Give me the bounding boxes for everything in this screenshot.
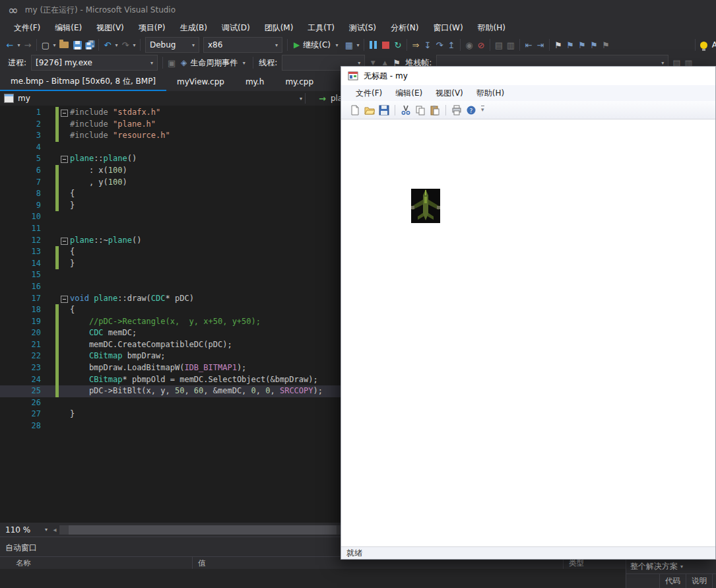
bookmark-folder-icon[interactable]: ⚑: [588, 38, 600, 51]
line-number[interactable]: 24: [0, 374, 41, 386]
new-document-icon[interactable]: [349, 104, 361, 116]
menu-item[interactable]: 项目(P): [131, 20, 173, 36]
open-file-icon[interactable]: [364, 104, 375, 116]
line-number[interactable]: 9: [0, 200, 41, 212]
break-all-icon[interactable]: [370, 41, 377, 49]
apply-code-changes-icon[interactable]: ▦: [343, 38, 355, 51]
line-number[interactable]: 19: [0, 316, 41, 328]
line-number[interactable]: 13: [0, 246, 41, 258]
redo-dropdown[interactable]: ▾: [131, 38, 137, 51]
line-number[interactable]: 8: [0, 188, 41, 200]
stop-debugging-icon[interactable]: [382, 42, 389, 49]
autos-panel-title[interactable]: 自动窗口: [5, 542, 37, 554]
document-tab[interactable]: my.cpp: [275, 73, 324, 91]
document-tab[interactable]: my.h: [235, 73, 275, 91]
line-number[interactable]: 14: [0, 258, 41, 270]
fold-collapse-icon[interactable]: [61, 238, 68, 245]
line-number[interactable]: 23: [0, 362, 41, 374]
line-number[interactable]: 10: [0, 211, 41, 223]
undo-icon[interactable]: ↶: [102, 38, 114, 51]
document-tab[interactable]: myView.cpp: [166, 73, 235, 91]
navigate-backward-dropdown[interactable]: ▾: [16, 38, 22, 51]
error-list-column-header[interactable]: 代码: [659, 574, 686, 588]
save-icon[interactable]: [378, 104, 390, 116]
app-menu-item[interactable]: 编辑(E): [389, 88, 429, 99]
navigate-backward-icon[interactable]: ←: [4, 38, 16, 51]
restart-icon[interactable]: ↻: [392, 38, 404, 51]
menu-item[interactable]: 窗口(W): [426, 20, 470, 36]
line-number[interactable]: 22: [0, 350, 41, 362]
line-number[interactable]: 27: [0, 408, 41, 420]
menu-item[interactable]: 视图(V): [89, 20, 131, 36]
next-bookmark-icon[interactable]: ⚑: [576, 38, 588, 51]
line-number[interactable]: 16: [0, 281, 41, 293]
app-menu-item[interactable]: 帮助(H): [470, 88, 511, 99]
document-tab[interactable]: me.bmp - Bitmap [50x60, 8 位, BMP]: [0, 73, 166, 91]
open-file-icon[interactable]: [59, 42, 69, 48]
line-number[interactable]: 12: [0, 235, 41, 247]
error-list-filter-combo[interactable]: 整个解决方案 ▾: [626, 560, 716, 573]
undo-dropdown[interactable]: ▾: [114, 38, 119, 51]
line-number[interactable]: 3: [0, 130, 41, 142]
step-over-icon[interactable]: ↷: [434, 38, 445, 51]
about-icon[interactable]: ?: [465, 104, 477, 116]
menu-item[interactable]: 文件(F): [7, 20, 48, 36]
lifecycle-events-dropdown[interactable]: ▾: [241, 56, 247, 69]
copy-icon[interactable]: [414, 104, 426, 116]
line-number[interactable]: 6: [0, 165, 41, 177]
continue-dropdown[interactable]: ▾: [334, 38, 340, 51]
delete-all-breakpoints-icon[interactable]: ⊘: [475, 38, 487, 51]
line-number[interactable]: 11: [0, 223, 41, 235]
print-icon[interactable]: [451, 104, 463, 116]
breakpoints-window-icon[interactable]: ◉: [463, 38, 475, 51]
step-into-icon[interactable]: ↧: [422, 38, 434, 51]
line-number[interactable]: 15: [0, 269, 41, 281]
watch-window-icon[interactable]: ▥: [505, 38, 517, 51]
redo-icon[interactable]: ↷: [119, 38, 131, 51]
fold-collapse-icon[interactable]: [61, 156, 68, 163]
menu-item[interactable]: 帮助(H): [471, 20, 513, 36]
line-number[interactable]: 7: [0, 177, 41, 189]
step-out-icon[interactable]: ↥: [445, 38, 457, 51]
output-window-icon[interactable]: ▤: [493, 38, 505, 51]
line-number[interactable]: 1: [0, 107, 41, 119]
line-number[interactable]: 5: [0, 153, 41, 165]
app-menu-item[interactable]: 视图(V): [429, 88, 470, 99]
line-number[interactable]: 28: [0, 420, 41, 432]
toggle-bookmark-icon[interactable]: ⚑: [552, 38, 564, 51]
scrollbar-thumb[interactable]: [69, 525, 337, 535]
apply-code-changes-dropdown[interactable]: ▾: [355, 38, 361, 51]
solution-configuration-combo[interactable]: Debug ▾: [145, 37, 199, 53]
menu-item[interactable]: 测试(S): [342, 20, 383, 36]
app-menu-item[interactable]: 文件(F): [349, 88, 389, 99]
save-icon[interactable]: [73, 41, 82, 49]
menu-item[interactable]: 调试(D): [214, 20, 257, 36]
autos-grid[interactable]: [0, 569, 716, 588]
menu-item[interactable]: 工具(T): [300, 20, 342, 36]
outdent-icon[interactable]: ⇤: [523, 38, 535, 51]
scroll-left-icon[interactable]: ◂: [50, 526, 59, 533]
new-window-dropdown[interactable]: ▾: [51, 38, 57, 51]
menu-item[interactable]: 生成(B): [172, 20, 214, 36]
continue-button[interactable]: ▶ 继续(C) ▾: [290, 38, 343, 52]
line-number[interactable]: 25: [0, 385, 41, 397]
indent-icon[interactable]: ⇥: [535, 38, 546, 51]
titlebar[interactable]: ∞ my (正在运行) - Microsoft Visual Studio: [0, 0, 716, 20]
menu-item[interactable]: 团队(M): [257, 20, 301, 36]
line-number[interactable]: 17: [0, 293, 41, 305]
cut-icon[interactable]: [400, 104, 412, 116]
line-number[interactable]: 20: [0, 327, 41, 339]
new-window-icon[interactable]: ▢: [40, 38, 51, 51]
menu-item[interactable]: 分析(N): [383, 20, 426, 36]
process-icon[interactable]: ▣: [166, 56, 178, 69]
previous-bookmark-icon[interactable]: ⚑: [564, 38, 576, 51]
line-number[interactable]: 26: [0, 397, 41, 409]
line-number[interactable]: 4: [0, 142, 41, 154]
toolbar-overflow-icon[interactable]: ▾: [481, 106, 484, 114]
save-all-icon[interactable]: [84, 40, 96, 50]
solution-platform-combo[interactable]: x86 ▾: [203, 37, 282, 53]
line-number[interactable]: 18: [0, 304, 41, 316]
line-number[interactable]: 2: [0, 119, 41, 131]
zoom-selector[interactable]: 110 % ▾: [3, 524, 50, 535]
menu-item[interactable]: 编辑(E): [48, 20, 89, 36]
